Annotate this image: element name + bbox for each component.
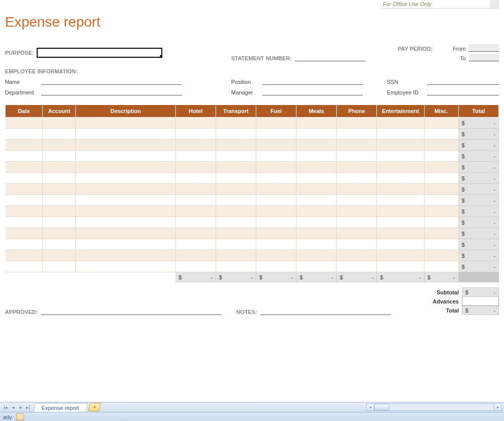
cell-input[interactable]: [337, 228, 377, 239]
cell-input[interactable]: [216, 140, 256, 151]
cell-input[interactable]: [256, 162, 296, 173]
cell-input[interactable]: [377, 173, 424, 184]
cell-input[interactable]: [256, 261, 296, 272]
cell-input[interactable]: $-: [458, 140, 498, 151]
cell-input[interactable]: [43, 228, 76, 239]
tab-nav-next-icon[interactable]: ▸: [17, 404, 24, 411]
purpose-input[interactable]: [37, 48, 162, 58]
cell-input[interactable]: [43, 173, 76, 184]
cell-input[interactable]: [43, 162, 76, 173]
cell-input[interactable]: [43, 206, 76, 217]
cell-input[interactable]: [216, 162, 256, 173]
cell-input[interactable]: [377, 261, 424, 272]
sheet-tab-expense-report[interactable]: Expense report: [33, 403, 87, 412]
cell-input[interactable]: [296, 173, 337, 184]
cell-input[interactable]: [43, 184, 76, 195]
cell-input[interactable]: [76, 162, 175, 173]
cell-input[interactable]: [377, 195, 424, 206]
cell-input[interactable]: [256, 195, 296, 206]
cell-input[interactable]: [337, 217, 377, 228]
cell-input[interactable]: [175, 217, 216, 228]
cell-input[interactable]: $-: [458, 151, 498, 162]
cell-input[interactable]: [175, 162, 216, 173]
cell-input[interactable]: [296, 228, 337, 239]
cell-input[interactable]: [424, 206, 458, 217]
cell-input[interactable]: [175, 261, 216, 272]
cell-input[interactable]: [424, 195, 458, 206]
cell-input[interactable]: [296, 151, 337, 162]
new-sheet-button[interactable]: ✦: [88, 403, 101, 411]
cell-input[interactable]: [377, 250, 424, 261]
cell-input[interactable]: [256, 184, 296, 195]
cell-input[interactable]: [76, 184, 175, 195]
cell-input[interactable]: [424, 140, 458, 151]
cell-input[interactable]: [424, 129, 458, 140]
cell-input[interactable]: [377, 162, 424, 173]
cell-input[interactable]: [43, 261, 76, 272]
scroll-thumb[interactable]: [374, 404, 389, 410]
cell-input[interactable]: [256, 118, 296, 129]
cell-input[interactable]: [377, 217, 424, 228]
cell-input[interactable]: [296, 129, 337, 140]
cell-input[interactable]: [296, 195, 337, 206]
horizontal-scrollbar[interactable]: ◂ ▸: [366, 403, 502, 411]
cell-input[interactable]: [424, 250, 458, 261]
cell-input[interactable]: [175, 129, 216, 140]
cell-input[interactable]: [424, 118, 458, 129]
cell-input[interactable]: [216, 261, 256, 272]
cell-input[interactable]: [6, 140, 43, 151]
cell-input[interactable]: [337, 206, 377, 217]
cell-input[interactable]: [296, 206, 337, 217]
cell-input[interactable]: [256, 129, 296, 140]
cell-input[interactable]: [76, 195, 175, 206]
cell-input[interactable]: [175, 228, 216, 239]
cell-input[interactable]: [76, 250, 175, 261]
cell-input[interactable]: [424, 239, 458, 250]
cell-input[interactable]: [337, 184, 377, 195]
cell-input[interactable]: [43, 217, 76, 228]
cell-input[interactable]: [175, 195, 216, 206]
tab-nav-prev-icon[interactable]: ◂: [10, 404, 17, 411]
tab-nav-last-icon[interactable]: ▸|: [25, 404, 32, 411]
cell-input[interactable]: [337, 118, 377, 129]
scroll-right-arrow-icon[interactable]: ▸: [494, 404, 501, 410]
scroll-left-arrow-icon[interactable]: ◂: [367, 404, 374, 410]
cell-input[interactable]: [216, 118, 256, 129]
cell-input[interactable]: [216, 250, 256, 261]
cell-input[interactable]: [256, 217, 296, 228]
cell-input[interactable]: [296, 162, 337, 173]
notes-input[interactable]: [260, 307, 391, 315]
cell-input[interactable]: [296, 239, 337, 250]
cell-input[interactable]: [76, 239, 175, 250]
cell-input[interactable]: [216, 173, 256, 184]
emp-id-input[interactable]: [427, 88, 499, 95]
cell-input[interactable]: [6, 184, 43, 195]
cell-input[interactable]: [43, 151, 76, 162]
cell-input[interactable]: [296, 184, 337, 195]
emp-ssn-input[interactable]: [427, 77, 499, 85]
cell-input[interactable]: $-: [458, 184, 498, 195]
tab-nav-first-icon[interactable]: |◂: [2, 404, 9, 411]
cell-input[interactable]: [6, 162, 43, 173]
cell-input[interactable]: $-: [458, 239, 498, 250]
cell-input[interactable]: $-: [458, 118, 498, 129]
cell-input[interactable]: [43, 118, 76, 129]
cell-input[interactable]: [76, 151, 175, 162]
cell-input[interactable]: $-: [458, 162, 498, 173]
scroll-track[interactable]: [389, 404, 494, 410]
cell-input[interactable]: [6, 206, 43, 217]
approved-input[interactable]: [41, 307, 222, 315]
cell-input[interactable]: [43, 239, 76, 250]
cell-input[interactable]: [216, 239, 256, 250]
emp-position-input[interactable]: [262, 77, 363, 85]
cell-input[interactable]: [216, 228, 256, 239]
cell-input[interactable]: [256, 228, 296, 239]
cell-input[interactable]: [377, 140, 424, 151]
cell-input[interactable]: [296, 250, 337, 261]
cell-input[interactable]: $-: [458, 261, 498, 272]
cell-input[interactable]: [296, 140, 337, 151]
cell-input[interactable]: [337, 140, 377, 151]
cell-input[interactable]: [377, 151, 424, 162]
cell-input[interactable]: [216, 217, 256, 228]
pay-to-input[interactable]: [469, 54, 499, 61]
